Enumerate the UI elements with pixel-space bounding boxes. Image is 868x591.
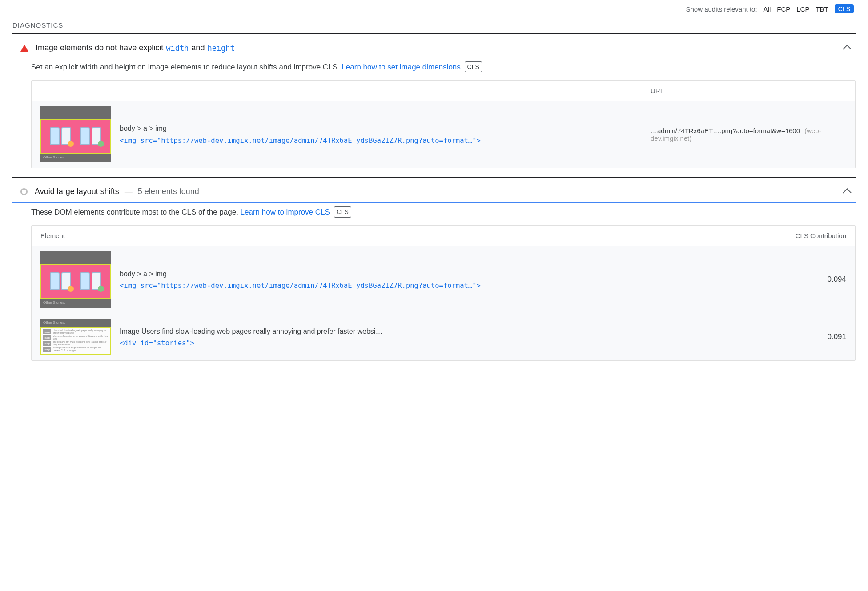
element-selector: Image Users find slow-loading web pages … [120,325,802,337]
warning-icon [20,45,28,52]
audit-header[interactable]: Image elements do not have explicit widt… [12,40,856,58]
th-cls: CLS Contribution [757,232,846,239]
audit-title-text: Avoid large layout shifts [35,187,119,196]
filter-label: Show audits relevant to: [686,5,757,13]
filter-cls-active[interactable]: CLS [835,4,854,13]
element-code: <img src="https://web-dev.imgix.net/imag… [120,280,802,291]
thumb-label: Other Stories: [40,319,111,327]
table-row: Other Stories: body > a > img <img src="… [32,246,855,313]
audit-layout-shifts: Avoid large layout shifts — 5 elements f… [12,178,856,370]
dash: — [125,187,133,196]
cls-chip: CLS [465,61,482,72]
element-code: <div id="stories"> [120,337,802,349]
audit-image-dimensions: Image elements do not have explicit widt… [12,34,856,177]
cls-chip: CLS [334,206,351,217]
th-element: Element [40,232,757,239]
audit-title-pre: Image elements do not have explicit [36,43,163,53]
cls-value: 0.091 [811,332,846,341]
audit-description: Set an explicit width and height on imag… [12,58,856,80]
element-cell: body > a > img <img src="https://web-dev… [120,122,642,146]
url-cell: …admin/74TRx6aET….png?auto=format&w=1600… [651,127,846,142]
th-url: URL [651,87,846,94]
code-height: height [207,44,234,53]
th-blank [40,87,651,94]
filter-lcp[interactable]: LCP [796,5,809,13]
element-thumbnail: Other Stories: ImageUsers find slow-load… [40,319,111,355]
desc-text: Set an explicit width and height on imag… [31,63,340,71]
filter-bar: Show audits relevant to: All FCP LCP TBT… [12,4,856,13]
element-thumbnail: Other Stories: [40,251,111,308]
audit-table: URL Other Stories: body > a > img <img s… [31,80,856,168]
table-header: URL [32,81,855,101]
element-cell: body > a > img <img src="https://web-dev… [120,268,802,292]
filter-fcp[interactable]: FCP [777,5,790,13]
cls-value: 0.094 [811,275,846,284]
diagnostics-heading: DIAGNOSTICS [12,21,856,29]
filter-tbt[interactable]: TBT [816,5,828,13]
circle-icon [20,188,28,195]
summary-count: 5 elements found [138,187,199,196]
audit-description: These DOM elements contribute most to th… [12,203,856,225]
element-cell: Image Users find slow-loading web pages … [120,325,802,349]
desc-text: These DOM elements contribute most to th… [31,208,238,216]
audit-title-mid: and [191,43,205,53]
chevron-up-icon [843,188,852,197]
thumb-label: Other Stories: [40,299,111,308]
chevron-up-icon [843,45,852,53]
table-header: Element CLS Contribution [32,226,855,246]
learn-more-link[interactable]: Learn how to set image dimensions [342,63,460,71]
audit-table: Element CLS Contribution Other Stories: … [31,225,856,361]
code-width: width [166,44,189,53]
filter-all[interactable]: All [764,5,771,13]
table-row: Other Stories: ImageUsers find slow-load… [32,313,855,360]
thumb-label: Other Stories: [40,154,111,162]
table-row: Other Stories: body > a > img <img src="… [32,101,855,168]
learn-more-link[interactable]: Learn how to improve CLS [241,208,330,216]
audit-title: Avoid large layout shifts — 5 elements f… [35,187,837,196]
element-code: <img src="https://web-dev.imgix.net/imag… [120,135,642,146]
element-thumbnail: Other Stories: [40,106,111,162]
element-selector: body > a > img [120,268,802,280]
url-main: …admin/74TRx6aET….png?auto=format&w=1600 [651,127,800,134]
audit-header[interactable]: Avoid large layout shifts — 5 elements f… [12,184,856,203]
element-selector: body > a > img [120,122,642,134]
audit-title: Image elements do not have explicit widt… [36,43,837,53]
